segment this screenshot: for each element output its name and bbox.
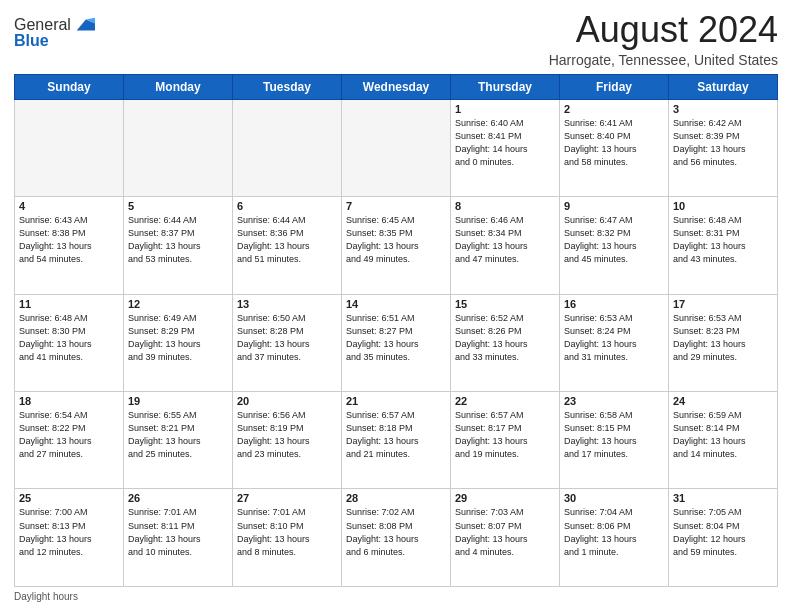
day-detail: Sunrise: 6:48 AMSunset: 8:31 PMDaylight:… [673, 214, 773, 266]
day-number: 11 [19, 298, 119, 310]
calendar-cell: 21Sunrise: 6:57 AMSunset: 8:18 PMDayligh… [342, 392, 451, 489]
day-number: 9 [564, 200, 664, 212]
day-detail: Sunrise: 6:47 AMSunset: 8:32 PMDaylight:… [564, 214, 664, 266]
day-detail: Sunrise: 6:58 AMSunset: 8:15 PMDaylight:… [564, 409, 664, 461]
calendar-cell: 2Sunrise: 6:41 AMSunset: 8:40 PMDaylight… [560, 99, 669, 196]
calendar-header-row: Sunday Monday Tuesday Wednesday Thursday… [15, 74, 778, 99]
calendar-cell: 10Sunrise: 6:48 AMSunset: 8:31 PMDayligh… [669, 197, 778, 294]
day-detail: Sunrise: 7:04 AMSunset: 8:06 PMDaylight:… [564, 506, 664, 558]
calendar-cell: 28Sunrise: 7:02 AMSunset: 8:08 PMDayligh… [342, 489, 451, 587]
calendar-cell: 16Sunrise: 6:53 AMSunset: 8:24 PMDayligh… [560, 294, 669, 391]
day-number: 2 [564, 103, 664, 115]
calendar-cell: 18Sunrise: 6:54 AMSunset: 8:22 PMDayligh… [15, 392, 124, 489]
day-number: 7 [346, 200, 446, 212]
calendar-cell: 8Sunrise: 6:46 AMSunset: 8:34 PMDaylight… [451, 197, 560, 294]
day-detail: Sunrise: 6:57 AMSunset: 8:17 PMDaylight:… [455, 409, 555, 461]
day-number: 14 [346, 298, 446, 310]
calendar-cell: 19Sunrise: 6:55 AMSunset: 8:21 PMDayligh… [124, 392, 233, 489]
header: General Blue August 2024 Harrogate, Tenn… [14, 10, 778, 68]
day-detail: Sunrise: 6:46 AMSunset: 8:34 PMDaylight:… [455, 214, 555, 266]
day-number: 17 [673, 298, 773, 310]
calendar-cell [15, 99, 124, 196]
col-sunday: Sunday [15, 74, 124, 99]
calendar-cell: 23Sunrise: 6:58 AMSunset: 8:15 PMDayligh… [560, 392, 669, 489]
day-number: 30 [564, 492, 664, 504]
day-number: 1 [455, 103, 555, 115]
day-number: 21 [346, 395, 446, 407]
location: Harrogate, Tennessee, United States [549, 52, 778, 68]
day-number: 18 [19, 395, 119, 407]
calendar-cell: 1Sunrise: 6:40 AMSunset: 8:41 PMDaylight… [451, 99, 560, 196]
day-detail: Sunrise: 6:54 AMSunset: 8:22 PMDaylight:… [19, 409, 119, 461]
day-detail: Sunrise: 6:53 AMSunset: 8:23 PMDaylight:… [673, 312, 773, 364]
day-number: 8 [455, 200, 555, 212]
title-block: August 2024 Harrogate, Tennessee, United… [549, 10, 778, 68]
calendar-cell: 6Sunrise: 6:44 AMSunset: 8:36 PMDaylight… [233, 197, 342, 294]
logo-icon [73, 14, 95, 36]
day-detail: Sunrise: 6:42 AMSunset: 8:39 PMDaylight:… [673, 117, 773, 169]
day-number: 16 [564, 298, 664, 310]
calendar-cell: 9Sunrise: 6:47 AMSunset: 8:32 PMDaylight… [560, 197, 669, 294]
day-detail: Sunrise: 6:43 AMSunset: 8:38 PMDaylight:… [19, 214, 119, 266]
calendar-cell [124, 99, 233, 196]
calendar-cell: 29Sunrise: 7:03 AMSunset: 8:07 PMDayligh… [451, 489, 560, 587]
day-number: 3 [673, 103, 773, 115]
col-thursday: Thursday [451, 74, 560, 99]
day-detail: Sunrise: 6:56 AMSunset: 8:19 PMDaylight:… [237, 409, 337, 461]
day-number: 10 [673, 200, 773, 212]
calendar-cell: 30Sunrise: 7:04 AMSunset: 8:06 PMDayligh… [560, 489, 669, 587]
calendar-week-row-4: 25Sunrise: 7:00 AMSunset: 8:13 PMDayligh… [15, 489, 778, 587]
col-monday: Monday [124, 74, 233, 99]
calendar-cell: 14Sunrise: 6:51 AMSunset: 8:27 PMDayligh… [342, 294, 451, 391]
calendar-week-row-3: 18Sunrise: 6:54 AMSunset: 8:22 PMDayligh… [15, 392, 778, 489]
day-number: 15 [455, 298, 555, 310]
calendar-cell [342, 99, 451, 196]
day-detail: Sunrise: 6:57 AMSunset: 8:18 PMDaylight:… [346, 409, 446, 461]
calendar-cell: 22Sunrise: 6:57 AMSunset: 8:17 PMDayligh… [451, 392, 560, 489]
footer-note: Daylight hours [14, 591, 778, 602]
calendar-cell: 5Sunrise: 6:44 AMSunset: 8:37 PMDaylight… [124, 197, 233, 294]
page: General Blue August 2024 Harrogate, Tenn… [0, 0, 792, 612]
day-number: 24 [673, 395, 773, 407]
calendar-cell: 4Sunrise: 6:43 AMSunset: 8:38 PMDaylight… [15, 197, 124, 294]
calendar-cell: 31Sunrise: 7:05 AMSunset: 8:04 PMDayligh… [669, 489, 778, 587]
calendar-cell [233, 99, 342, 196]
calendar-week-row-2: 11Sunrise: 6:48 AMSunset: 8:30 PMDayligh… [15, 294, 778, 391]
day-detail: Sunrise: 7:02 AMSunset: 8:08 PMDaylight:… [346, 506, 446, 558]
day-detail: Sunrise: 6:48 AMSunset: 8:30 PMDaylight:… [19, 312, 119, 364]
day-number: 12 [128, 298, 228, 310]
calendar-week-row-0: 1Sunrise: 6:40 AMSunset: 8:41 PMDaylight… [15, 99, 778, 196]
calendar-cell: 20Sunrise: 6:56 AMSunset: 8:19 PMDayligh… [233, 392, 342, 489]
day-detail: Sunrise: 6:50 AMSunset: 8:28 PMDaylight:… [237, 312, 337, 364]
col-wednesday: Wednesday [342, 74, 451, 99]
calendar-cell: 17Sunrise: 6:53 AMSunset: 8:23 PMDayligh… [669, 294, 778, 391]
day-number: 26 [128, 492, 228, 504]
calendar-cell: 12Sunrise: 6:49 AMSunset: 8:29 PMDayligh… [124, 294, 233, 391]
calendar-cell: 24Sunrise: 6:59 AMSunset: 8:14 PMDayligh… [669, 392, 778, 489]
day-detail: Sunrise: 7:01 AMSunset: 8:11 PMDaylight:… [128, 506, 228, 558]
logo-blue-text: Blue [14, 32, 49, 50]
day-detail: Sunrise: 6:51 AMSunset: 8:27 PMDaylight:… [346, 312, 446, 364]
day-detail: Sunrise: 7:00 AMSunset: 8:13 PMDaylight:… [19, 506, 119, 558]
day-number: 19 [128, 395, 228, 407]
calendar-cell: 13Sunrise: 6:50 AMSunset: 8:28 PMDayligh… [233, 294, 342, 391]
calendar-cell: 15Sunrise: 6:52 AMSunset: 8:26 PMDayligh… [451, 294, 560, 391]
logo: General Blue [14, 14, 95, 50]
day-detail: Sunrise: 6:53 AMSunset: 8:24 PMDaylight:… [564, 312, 664, 364]
month-title: August 2024 [549, 10, 778, 50]
calendar-cell: 27Sunrise: 7:01 AMSunset: 8:10 PMDayligh… [233, 489, 342, 587]
day-number: 23 [564, 395, 664, 407]
calendar-cell: 25Sunrise: 7:00 AMSunset: 8:13 PMDayligh… [15, 489, 124, 587]
day-number: 20 [237, 395, 337, 407]
day-detail: Sunrise: 6:55 AMSunset: 8:21 PMDaylight:… [128, 409, 228, 461]
calendar-cell: 7Sunrise: 6:45 AMSunset: 8:35 PMDaylight… [342, 197, 451, 294]
day-number: 25 [19, 492, 119, 504]
day-detail: Sunrise: 7:05 AMSunset: 8:04 PMDaylight:… [673, 506, 773, 558]
calendar-cell: 3Sunrise: 6:42 AMSunset: 8:39 PMDaylight… [669, 99, 778, 196]
day-detail: Sunrise: 6:45 AMSunset: 8:35 PMDaylight:… [346, 214, 446, 266]
col-saturday: Saturday [669, 74, 778, 99]
day-detail: Sunrise: 6:41 AMSunset: 8:40 PMDaylight:… [564, 117, 664, 169]
day-detail: Sunrise: 6:52 AMSunset: 8:26 PMDaylight:… [455, 312, 555, 364]
day-number: 29 [455, 492, 555, 504]
day-detail: Sunrise: 7:01 AMSunset: 8:10 PMDaylight:… [237, 506, 337, 558]
